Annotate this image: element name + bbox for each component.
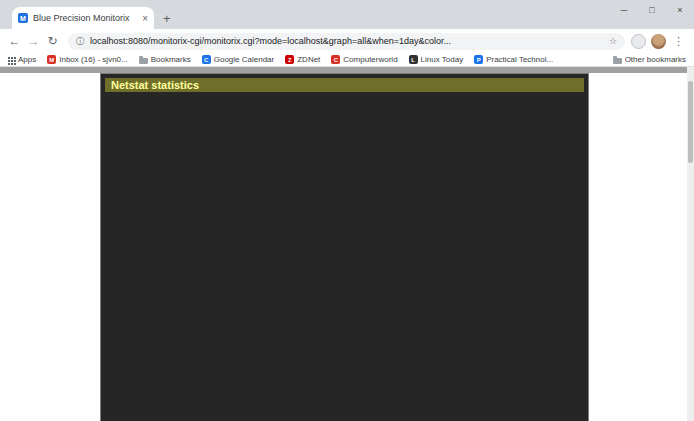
browser-menu-icon[interactable]: ⋮ xyxy=(673,35,684,48)
bookmark-label: Google Calendar xyxy=(214,55,274,64)
bookmark-item[interactable]: LLinux Today xyxy=(409,55,464,64)
bookmark-label: Bookmarks xyxy=(151,55,191,64)
bookmark-label: Apps xyxy=(18,55,36,64)
bookmark-item[interactable]: MInbox (16) - sjvn0... xyxy=(47,55,127,64)
linux-today-icon: L xyxy=(409,55,418,64)
practical-tech-icon: P xyxy=(474,55,483,64)
extension-icon[interactable] xyxy=(631,34,646,49)
window-controls: ─ □ × xyxy=(610,0,694,20)
back-button[interactable]: ← xyxy=(5,34,24,48)
bookmarks-items: AppsMInbox (16) - sjvn0...BookmarksCGoog… xyxy=(8,55,564,64)
section-title: Netstat statistics xyxy=(105,78,584,92)
graphs-left-column xyxy=(105,96,407,417)
page-scrollbar[interactable] xyxy=(687,67,694,421)
bookmark-label: Linux Today xyxy=(421,55,464,64)
calendar-icon: C xyxy=(202,55,211,64)
page-content: Netstat statistics xyxy=(0,67,694,421)
zdnet-icon: Z xyxy=(285,55,294,64)
tab-title: Blue Precision Monitorix xyxy=(33,13,138,23)
bookmark-item[interactable]: Apps xyxy=(8,55,36,64)
bookmark-item[interactable]: CComputerworld xyxy=(331,55,397,64)
bookmark-label: Computerworld xyxy=(343,55,397,64)
bookmark-item[interactable]: CGoogle Calendar xyxy=(202,55,274,64)
apps-grid-icon xyxy=(8,57,10,59)
new-tab-button[interactable]: + xyxy=(163,11,171,26)
bookmark-star-icon[interactable]: ☆ xyxy=(609,36,617,46)
tab-strip: M Blue Precision Monitorix × + ─ □ × xyxy=(0,0,694,29)
bookmark-item[interactable]: Bookmarks xyxy=(139,55,191,64)
bookmark-item[interactable]: ZZDNet xyxy=(285,55,320,64)
tab-favicon-icon: M xyxy=(18,13,28,23)
folder-icon xyxy=(139,58,148,64)
bookmark-label: Inbox (16) - sjvn0... xyxy=(59,55,127,64)
other-bookmarks[interactable]: Other bookmarks xyxy=(613,55,686,64)
bookmarks-bar: AppsMInbox (16) - sjvn0...BookmarksCGoog… xyxy=(0,53,694,67)
window-close-button[interactable]: × xyxy=(666,0,694,20)
url-text[interactable]: localhost:8080/monitorix-cgi/monitorix.c… xyxy=(90,36,603,46)
other-bookmarks-label: Other bookmarks xyxy=(625,55,686,64)
tab-close-icon[interactable]: × xyxy=(142,13,148,24)
window-maximize-button[interactable]: □ xyxy=(638,0,666,20)
browser-tab[interactable]: M Blue Precision Monitorix × xyxy=(12,7,154,29)
bookmark-label: Practical Technol... xyxy=(486,55,553,64)
reload-button[interactable]: ↻ xyxy=(43,34,62,48)
graphs-right-column xyxy=(412,96,584,417)
scrollbar-thumb[interactable] xyxy=(688,81,693,163)
graphs-columns xyxy=(105,96,584,417)
computerworld-icon: C xyxy=(331,55,340,64)
bookmark-label: ZDNet xyxy=(297,55,320,64)
monitorix-panel: Netstat statistics xyxy=(100,73,589,421)
profile-avatar[interactable] xyxy=(651,34,666,49)
address-bar[interactable]: ⓘ localhost:8080/monitorix-cgi/monitorix… xyxy=(68,33,625,50)
bookmark-item[interactable]: PPractical Technol... xyxy=(474,55,553,64)
browser-toolbar: ← → ↻ ⓘ localhost:8080/monitorix-cgi/mon… xyxy=(0,29,694,53)
window-minimize-button[interactable]: ─ xyxy=(610,0,638,20)
gmail-icon: M xyxy=(47,55,56,64)
forward-button[interactable]: → xyxy=(24,34,43,48)
folder-icon xyxy=(613,58,622,64)
page-info-icon[interactable]: ⓘ xyxy=(76,36,84,47)
